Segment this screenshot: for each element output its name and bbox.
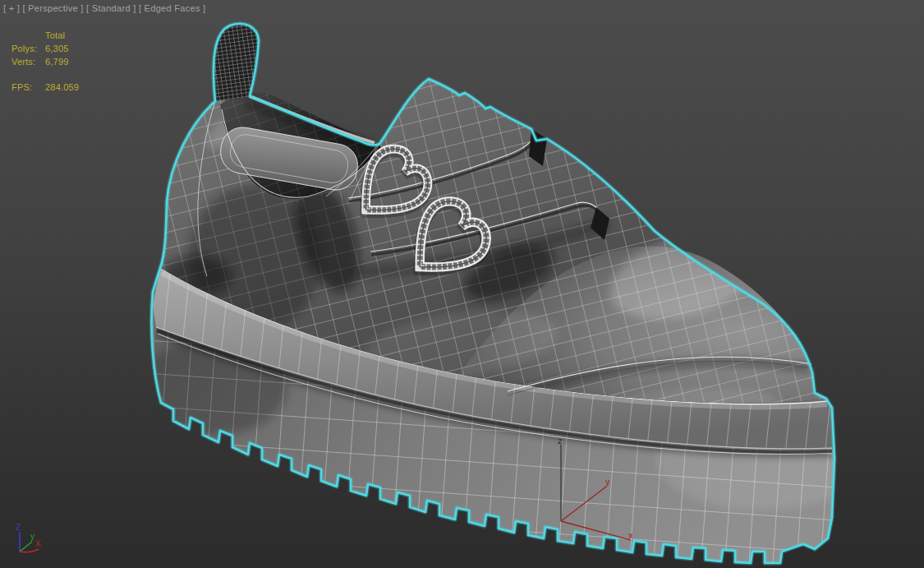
world-y-label: y bbox=[30, 532, 34, 541]
world-z-label: Z bbox=[16, 523, 21, 532]
stats-fps-value: 284.059 bbox=[45, 82, 79, 92]
world-y-axis bbox=[20, 542, 32, 552]
viewport-canvas[interactable]: y x z Z y X bbox=[0, 0, 924, 568]
stats-verts-label: Verts: bbox=[11, 57, 35, 67]
stats-verts-value: 6,799 bbox=[45, 57, 69, 67]
world-x-label: X bbox=[35, 539, 41, 548]
max-viewport[interactable]: { "viewport": { "label": "[ + ] [ Perspe… bbox=[0, 0, 924, 568]
world-axis-tripod: Z y X bbox=[16, 523, 41, 552]
shoe-model[interactable] bbox=[140, 24, 871, 563]
stats-header: Total bbox=[45, 30, 65, 40]
pivot-x-label: x bbox=[628, 530, 633, 540]
stats-fps-label: FPS: bbox=[11, 82, 32, 92]
pivot-y-label: y bbox=[605, 477, 610, 487]
viewport-label[interactable]: [ + ] [ Perspective ] [ Standard ] [ Edg… bbox=[3, 3, 205, 13]
pivot-z-label: z bbox=[558, 436, 563, 446]
stats-polys-label: Polys: bbox=[11, 44, 37, 53]
stats-polys-value: 6,305 bbox=[45, 44, 69, 53]
